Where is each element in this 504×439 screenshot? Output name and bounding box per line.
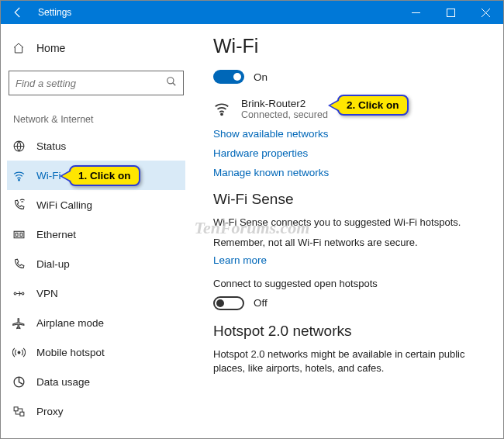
sidebar-item-label: VPN (36, 288, 58, 299)
svg-point-17 (221, 113, 223, 115)
sidebar-item-label: WiFi Calling (36, 199, 92, 211)
wifi-sense-desc: Wi-Fi Sense connects you to suggested Wi… (213, 216, 485, 230)
wifi-toggle-label: On (254, 71, 268, 83)
sidebar-item-data-usage[interactable]: Data usage (7, 367, 185, 396)
sidebar-item-ethernet[interactable]: Ethernet (7, 220, 185, 249)
sidebar-item-dialup[interactable]: Dial-up (7, 249, 185, 278)
sidebar-group-label: Network & Internet (13, 114, 185, 125)
link-manage-known[interactable]: Manage known networks (213, 167, 485, 178)
wifi-signal-icon (213, 100, 230, 117)
svg-rect-1 (447, 9, 455, 16)
hotspot-icon (12, 346, 26, 359)
status-icon (12, 140, 26, 153)
proxy-icon (12, 405, 26, 418)
svg-rect-9 (16, 233, 18, 236)
svg-line-5 (173, 83, 176, 86)
home-icon (12, 42, 26, 54)
svg-point-7 (18, 179, 19, 180)
dialup-icon (12, 258, 26, 271)
back-button[interactable] (1, 1, 35, 24)
maximize-button[interactable] (433, 1, 468, 24)
svg-rect-10 (19, 233, 22, 236)
callout-2: 2. Click on (337, 95, 409, 116)
page-title: Wi-Fi (213, 35, 485, 57)
wifi-icon (12, 169, 26, 182)
sidebar-item-wifi[interactable]: Wi-Fi 1. Click on (7, 161, 185, 190)
wifi-sense-remember: Remember, not all Wi-Fi networks are sec… (213, 236, 485, 250)
wifi-sense-heading: Wi-Fi Sense (213, 191, 485, 208)
home-label: Home (36, 42, 65, 54)
ethernet-icon (12, 228, 26, 241)
svg-point-4 (167, 78, 174, 84)
connect-suggested-label: Connect to suggested open hotspots (213, 277, 485, 291)
search-box[interactable] (9, 71, 184, 95)
close-button[interactable] (468, 1, 503, 24)
sidebar-item-hotspot[interactable]: Mobile hotspot (7, 337, 185, 367)
sidebar-item-label: Airplane mode (36, 317, 104, 329)
suggested-hotspots-toggle[interactable] (213, 296, 244, 310)
airplane-icon (12, 316, 26, 330)
search-icon (166, 76, 177, 90)
svg-point-11 (14, 292, 16, 295)
hotspot20-heading: Hotspot 2.0 networks (213, 323, 485, 340)
suggested-hotspots-toggle-label: Off (254, 297, 268, 309)
sidebar-item-status[interactable]: Status (7, 131, 185, 161)
callout-1: 1. Click on (69, 165, 140, 186)
minimize-button[interactable] (399, 1, 433, 24)
link-show-available[interactable]: Show available networks (213, 128, 485, 140)
sidebar-item-label: Proxy (36, 406, 64, 417)
current-network[interactable]: Brink-Router2 Connected, secured 2. Clic… (213, 98, 485, 120)
home-nav[interactable]: Home (7, 33, 185, 63)
search-input[interactable] (16, 78, 166, 89)
link-learn-more[interactable]: Learn more (213, 254, 485, 266)
link-hardware-properties[interactable]: Hardware properties (213, 147, 485, 159)
sidebar-item-label: Status (36, 140, 66, 152)
sidebar-item-label: Data usage (36, 376, 90, 388)
network-name: Brink-Router2 (241, 98, 328, 109)
vpn-icon (12, 287, 26, 300)
svg-point-13 (18, 351, 20, 354)
network-status: Connected, secured (241, 109, 328, 120)
sidebar-item-label: Wi-Fi (36, 170, 60, 181)
wifi-calling-icon (12, 199, 26, 212)
svg-rect-15 (14, 406, 18, 410)
svg-point-12 (22, 292, 24, 295)
sidebar-item-label: Dial-up (36, 258, 70, 270)
hotspot20-desc: Hotspot 2.0 networks might be available … (213, 347, 485, 375)
sidebar-item-airplane[interactable]: Airplane mode (7, 308, 185, 337)
wifi-toggle[interactable] (213, 70, 244, 84)
sidebar-item-wifi-calling[interactable]: WiFi Calling (7, 190, 185, 220)
svg-rect-16 (19, 412, 23, 416)
window-title: Settings (35, 7, 399, 18)
sidebar-item-label: Ethernet (36, 229, 76, 240)
sidebar-item-vpn[interactable]: VPN (7, 278, 185, 308)
sidebar-item-label: Mobile hotspot (36, 347, 105, 358)
sidebar-item-proxy[interactable]: Proxy (7, 396, 185, 426)
data-usage-icon (12, 375, 26, 389)
